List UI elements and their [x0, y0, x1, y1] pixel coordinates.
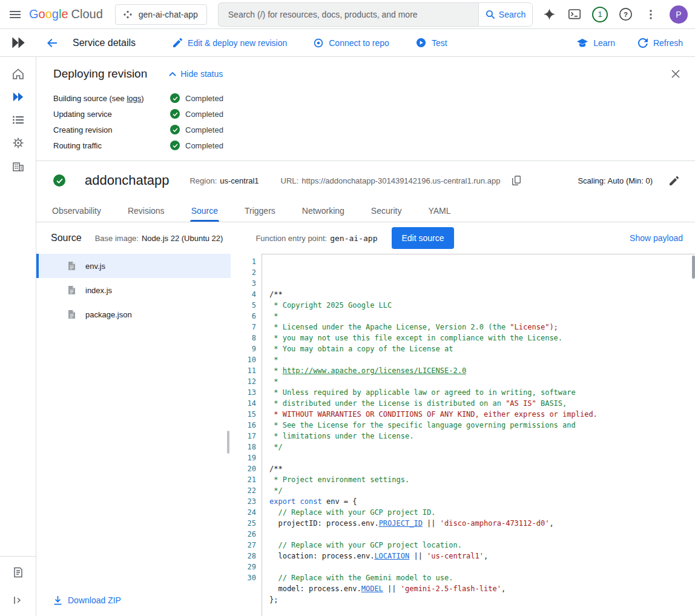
code-line: * limitations under the License.: [269, 431, 695, 442]
cloud-run-logo-icon: [0, 36, 36, 50]
file-item-env.js[interactable]: env.js: [36, 254, 231, 278]
source-heading: Source: [51, 233, 82, 243]
line-number: 16: [231, 420, 256, 431]
step-label: Building source (see logs): [53, 94, 170, 103]
learn-icon: [577, 38, 588, 48]
tab-source[interactable]: Source: [190, 200, 219, 222]
test-button[interactable]: Test: [416, 38, 447, 48]
edit-deploy-button[interactable]: Edit & deploy new revision: [173, 38, 287, 48]
code-line: * WITHOUT WARRANTIES OR CONDITIONS OF AN…: [269, 409, 695, 420]
cloud-shell-icon[interactable]: [563, 3, 586, 26]
tab-triggers[interactable]: Triggers: [243, 200, 277, 222]
service-region: Region: us-central1: [189, 176, 259, 185]
code-content[interactable]: /** * Copyright 2025 Google LLC * * Lice…: [262, 254, 695, 616]
line-number: 17: [231, 431, 256, 442]
edit-source-button[interactable]: Edit source: [392, 227, 453, 249]
release-notes-icon[interactable]: [6, 561, 30, 583]
code-line: model: process.env.MODEL || 'gemini-2.5-…: [269, 583, 695, 594]
nav-domains-icon[interactable]: [6, 155, 30, 177]
tab-networking[interactable]: Networking: [301, 200, 346, 222]
line-number: 13: [231, 387, 256, 398]
nav-home-icon[interactable]: [6, 63, 30, 85]
line-number: 12: [231, 376, 256, 387]
code-line: * distributed under the License is distr…: [269, 398, 695, 409]
close-icon: [671, 70, 680, 78]
project-name: gen-ai-chat-app: [139, 10, 198, 19]
nav-integrations-icon[interactable]: [6, 132, 30, 154]
logs-link[interactable]: logs: [127, 94, 141, 103]
more-options-icon[interactable]: [639, 3, 662, 26]
line-number: 18: [231, 442, 256, 452]
top-header: Google Cloud gen-ai-chat-app Search: [0, 0, 695, 29]
step-status: Completed: [170, 125, 223, 134]
code-line: * Project environment settings.: [269, 474, 695, 485]
code-line: export const env = {: [269, 496, 695, 507]
line-number: 6: [231, 311, 256, 322]
help-icon[interactable]: ?: [614, 3, 637, 26]
editor-scrollbar[interactable]: [692, 256, 695, 279]
step-status-text: Completed: [185, 125, 223, 134]
line-number: 30: [231, 572, 256, 583]
file-name: index.js: [85, 286, 112, 295]
tab-observability[interactable]: Observability: [51, 200, 102, 222]
show-payload-link[interactable]: Show payload: [630, 233, 683, 243]
tab-revisions[interactable]: Revisions: [127, 200, 166, 222]
file-explorer: env.jsindex.jspackage.json Download ZIP: [36, 254, 231, 616]
back-button[interactable]: [41, 32, 63, 54]
line-number: 25: [231, 518, 256, 529]
step-status: Completed: [170, 93, 223, 103]
service-toolbar: Service details Edit & deploy new revisi…: [0, 29, 695, 57]
tab-security[interactable]: Security: [370, 200, 403, 222]
gemini-sparkle-icon[interactable]: [538, 3, 561, 26]
code-line: projectID: process.env.PROJECT_ID || 'di…: [269, 518, 695, 529]
hide-status-button[interactable]: Hide status: [169, 69, 223, 79]
copy-icon: [512, 176, 521, 185]
scaling-label: Scaling: Auto (Min: 0): [578, 176, 653, 185]
base-image: Base image: Node.js 22 (Ubuntu 22): [95, 234, 223, 243]
code-line: *: [269, 311, 695, 322]
google-logo-text: Google: [29, 7, 68, 21]
deploy-step: Building source (see logs)Completed: [53, 90, 682, 106]
code-line: [269, 452, 695, 463]
entry-point-value: gen-ai-app: [330, 234, 377, 243]
code-line: };: [269, 594, 695, 605]
line-number: 26: [231, 529, 256, 540]
line-number: 2: [231, 267, 256, 278]
edit-scaling-button[interactable]: [666, 173, 682, 188]
deploy-status-panel: Deploying revision Hide status Building …: [36, 57, 695, 161]
free-trial-badge[interactable]: 1: [588, 3, 611, 26]
refresh-button[interactable]: Refresh: [638, 38, 683, 48]
copy-url-button[interactable]: [509, 173, 524, 188]
learn-button[interactable]: Learn: [577, 38, 615, 48]
play-icon: [416, 38, 426, 48]
close-panel-button[interactable]: [668, 67, 683, 81]
download-zip-button[interactable]: Download ZIP: [53, 595, 231, 605]
file-icon: [68, 310, 76, 319]
code-line: location: process.env.LOCATION || 'us-ce…: [269, 551, 695, 561]
svg-text:?: ?: [623, 11, 627, 18]
step-label: Updating service: [53, 110, 170, 119]
file-item-package.json[interactable]: package.json: [36, 302, 231, 326]
code-line: // Replace with the Gemini model to use.: [269, 572, 695, 583]
connect-repo-button[interactable]: Connect to repo: [314, 38, 389, 48]
line-number: 10: [231, 354, 256, 365]
tab-yaml[interactable]: YAML: [427, 200, 452, 222]
avatar[interactable]: P: [670, 5, 688, 24]
file-item-index.js[interactable]: index.js: [36, 278, 231, 302]
step-label: Creating revision: [53, 125, 170, 134]
nav-cloud-run-icon[interactable]: [6, 86, 30, 108]
search-button[interactable]: Search: [478, 2, 533, 27]
nav-bottom: [0, 556, 36, 616]
hamburger-menu-icon[interactable]: [4, 3, 27, 26]
line-number: 28: [231, 551, 256, 561]
region-value: us-central1: [220, 176, 259, 185]
nav-list-icon[interactable]: [6, 109, 30, 131]
notification-count: 1: [592, 7, 608, 22]
file-panel-scrollbar[interactable]: [227, 431, 229, 454]
google-cloud-logo[interactable]: Google Cloud: [29, 7, 103, 21]
collapse-panel-icon[interactable]: [6, 589, 30, 611]
main-content: Deploying revision Hide status Building …: [36, 57, 695, 616]
code-line: [269, 529, 695, 540]
search-input[interactable]: [219, 10, 478, 19]
project-selector[interactable]: gen-ai-chat-app: [115, 4, 207, 25]
